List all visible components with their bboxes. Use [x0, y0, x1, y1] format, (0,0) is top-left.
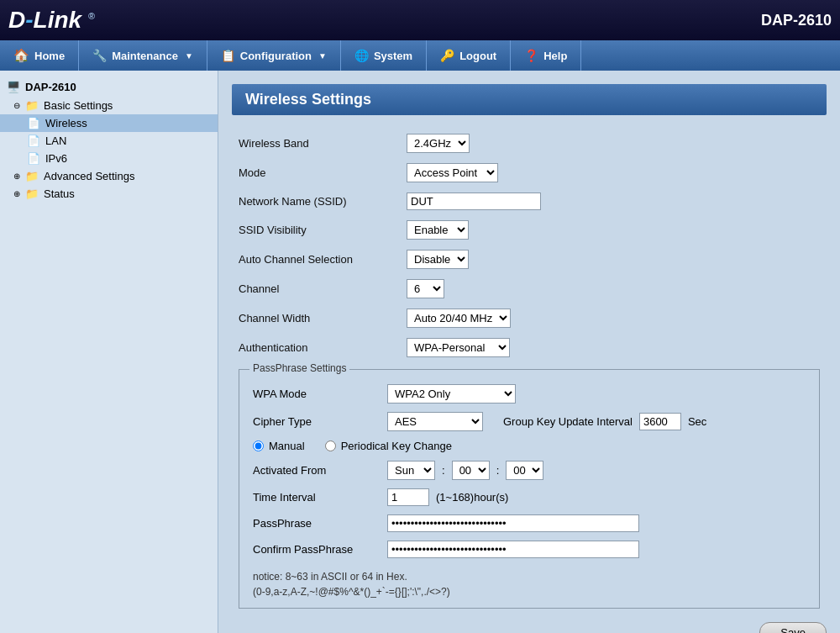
page-wireless-icon: 📄	[27, 117, 40, 129]
time-interval-row: Time Interval (1~168)hour(s)	[253, 484, 812, 510]
home-icon: 🏠	[13, 48, 29, 63]
logo: D-Link ®	[8, 7, 95, 34]
authentication-label: Authentication	[239, 341, 407, 354]
wpa-mode-label: WPA Mode	[253, 388, 387, 400]
header: D-Link ® DAP-2610	[0, 0, 840, 40]
nav-configuration[interactable]: 📋 Configuration ▼	[207, 40, 341, 71]
page-title: Wireless Settings	[232, 84, 827, 115]
nav-help[interactable]: ❓ Help	[511, 40, 581, 71]
key-icon: 🔑	[440, 49, 454, 62]
folder-status-icon: 📁	[25, 187, 39, 200]
expand-status-icon: ⊕	[13, 189, 20, 198]
ssid-label: Network Name (SSID)	[239, 195, 407, 208]
sidebar-item-advanced-settings[interactable]: ⊕ 📁 Advanced Settings	[0, 167, 218, 185]
channel-width-select[interactable]: Auto 20/40 MHz 20 MHz 40 MHz	[407, 309, 511, 328]
ssid-input[interactable]	[407, 193, 541, 210]
device-icon: 🖥️	[7, 81, 20, 93]
group-key-input[interactable]	[639, 413, 681, 430]
logo-d: D	[8, 7, 25, 33]
notice-line2: (0-9,a-z,A-Z,~!@#$%^&*()_+`-={}[];':\",.…	[253, 586, 812, 598]
auto-channel-row: Auto Channel Selection Disable Enable	[232, 245, 827, 274]
wpa-mode-select[interactable]: WPA2 Only WPA Only Auto (WPA or WPA2)	[387, 384, 516, 404]
ssid-visibility-label: SSID Visibility	[239, 224, 407, 236]
sidebar-device-label: DAP-2610	[25, 81, 76, 93]
ssid-row: Network Name (SSID)	[232, 187, 827, 215]
time-interval-input[interactable]	[387, 488, 429, 506]
sidebar-item-ipv6[interactable]: 📄 IPv6	[0, 150, 218, 167]
cipher-row: Cipher Type AES TKIP TKIP and AES Group …	[253, 408, 812, 435]
help-icon: ❓	[524, 49, 538, 62]
passphrase-label: PassPhrase	[253, 517, 387, 530]
nav-home[interactable]: 🏠 Home	[0, 40, 79, 71]
auto-channel-control: Disable Enable	[407, 250, 820, 269]
expand-icon: ⊖	[13, 101, 20, 110]
sidebar-lan-label: LAN	[45, 135, 66, 147]
sidebar-item-basic-settings[interactable]: ⊖ 📁 Basic Settings	[0, 97, 218, 114]
main: 🖥️ DAP-2610 ⊖ 📁 Basic Settings 📄 Wireles…	[0, 71, 840, 633]
nav-help-label: Help	[543, 50, 567, 62]
passphrase-input[interactable]	[387, 514, 639, 532]
configuration-arrow-icon: ▼	[318, 51, 327, 61]
navbar: 🏠 Home 🔧 Maintenance ▼ 📋 Configuration ▼…	[0, 40, 840, 71]
maintenance-arrow-icon: ▼	[185, 51, 193, 61]
nav-home-label: Home	[34, 50, 65, 62]
logo-trademark: ®	[88, 11, 95, 21]
channel-width-label: Channel Width	[239, 312, 407, 324]
channel-control: 6 12345 7891011	[407, 279, 820, 298]
wrench-icon: 🔧	[92, 49, 107, 62]
nav-system-label: System	[374, 50, 412, 62]
periodical-radio[interactable]	[325, 440, 336, 451]
time-interval-suffix: (1~168)hour(s)	[436, 491, 508, 504]
manual-radio[interactable]	[253, 440, 264, 451]
channel-width-control: Auto 20/40 MHz 20 MHz 40 MHz	[407, 309, 820, 328]
periodical-label: Periodical Key Change	[341, 440, 452, 452]
channel-width-row: Channel Width Auto 20/40 MHz 20 MHz 40 M…	[232, 303, 827, 333]
nav-system[interactable]: 🌐 System	[341, 40, 427, 71]
cipher-control: AES TKIP TKIP and AES Group Key Update I…	[387, 412, 812, 431]
authentication-select[interactable]: WPA-Personal WPA-Enterprise Open System …	[407, 338, 510, 357]
logo-link: Link	[34, 7, 82, 33]
confirm-passphrase-label: Confirm PassPhrase	[253, 543, 387, 556]
folder-advanced-icon: 📁	[25, 170, 39, 182]
activated-from-control: SunMonTueWedThuFriSat : 0001061218 : 001…	[387, 461, 812, 480]
cipher-label: Cipher Type	[253, 415, 387, 428]
ssid-visibility-select[interactable]: Enable Disable	[407, 220, 469, 240]
confirm-passphrase-input[interactable]	[387, 541, 639, 558]
channel-label: Channel	[239, 282, 407, 295]
system-icon: 🌐	[354, 49, 369, 62]
nav-maintenance[interactable]: 🔧 Maintenance ▼	[79, 40, 207, 71]
sidebar-status-label: Status	[44, 187, 75, 200]
day-select[interactable]: SunMonTueWedThuFriSat	[387, 461, 435, 480]
save-button[interactable]: Save	[759, 622, 827, 633]
activated-from-label: Activated From	[253, 464, 387, 477]
nav-logout[interactable]: 🔑 Logout	[427, 40, 511, 71]
sidebar-item-status[interactable]: ⊕ 📁 Status	[0, 185, 218, 203]
mode-row: Mode Access Point WDS WDS with AP	[232, 158, 827, 187]
minute-select[interactable]: 00153045	[506, 461, 543, 480]
config-icon: 📋	[221, 49, 235, 62]
cipher-select[interactable]: AES TKIP TKIP and AES	[387, 412, 483, 431]
wireless-band-label: Wireless Band	[239, 137, 407, 150]
sidebar-item-wireless[interactable]: 📄 Wireless	[0, 114, 218, 132]
passphrase-control	[387, 514, 812, 532]
manual-radio-item[interactable]: Manual	[253, 440, 305, 452]
expand-advanced-icon: ⊕	[13, 171, 20, 181]
time-interval-control: (1~168)hour(s)	[387, 488, 812, 506]
periodical-radio-item[interactable]: Periodical Key Change	[325, 440, 452, 452]
wpa-mode-row: WPA Mode WPA2 Only WPA Only Auto (WPA or…	[253, 380, 812, 408]
group-key-label: Group Key Update Interval	[503, 415, 633, 428]
passphrase-box: PassPhrase Settings WPA Mode WPA2 Only W…	[239, 369, 820, 609]
sidebar-wireless-label: Wireless	[45, 117, 87, 129]
mode-select[interactable]: Access Point WDS WDS with AP	[407, 163, 498, 182]
wireless-band-select[interactable]: 2.4GHz 5GHz	[407, 134, 470, 153]
ssid-control	[407, 193, 820, 210]
channel-select[interactable]: 6 12345 7891011	[407, 279, 444, 298]
page-ipv6-icon: 📄	[27, 152, 40, 165]
sidebar-ipv6-label: IPv6	[45, 152, 67, 165]
auto-channel-select[interactable]: Disable Enable	[407, 250, 469, 269]
passphrase-legend: PassPhrase Settings	[249, 362, 349, 374]
hour-select[interactable]: 0001061218	[452, 461, 490, 480]
sidebar-item-lan[interactable]: 📄 LAN	[0, 132, 218, 150]
colon2: :	[496, 464, 500, 477]
sidebar-device[interactable]: 🖥️ DAP-2610	[0, 77, 218, 97]
